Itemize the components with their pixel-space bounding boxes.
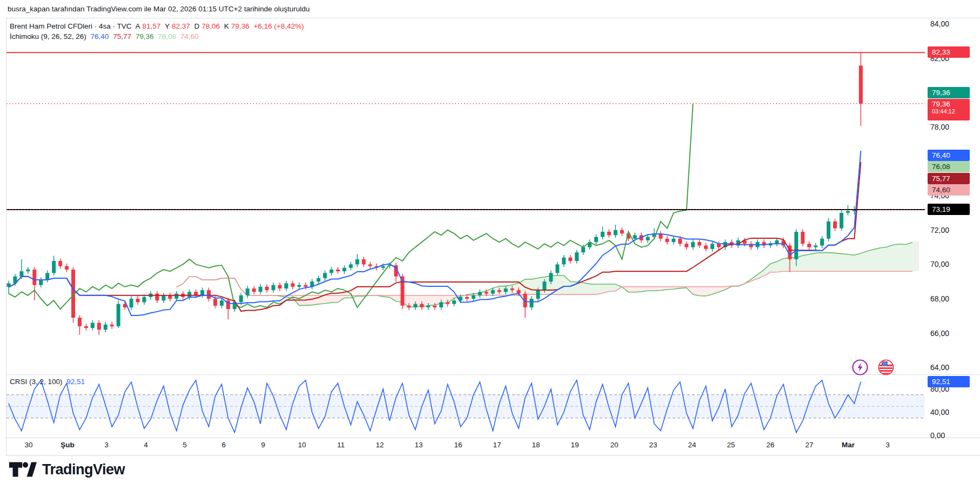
date-tick-label: 10 [298,441,306,449]
chart-canvas[interactable] [0,0,980,497]
date-tick-label: 24 [688,441,696,449]
crsi-legend[interactable]: CRSI (3, 2, 100) 92,51 [10,378,87,386]
frame-bottom [6,455,980,456]
price-tick-label: 64,00 [930,363,949,372]
pane-separator [6,374,980,375]
price-tick-label: 70,00 [930,260,949,268]
lightning-icon [851,358,869,377]
bar-countdown: 03:44:12 [932,108,970,115]
date-tick-label: 9 [261,441,265,449]
date-tick-label: 30 [24,441,32,449]
crsi-tick-label: 40,00 [930,408,949,417]
date-tick-label: 17 [493,441,501,449]
high-label: Y [165,22,170,30]
ichimoku-kijun-value: 75,77 [113,32,131,41]
price-tick-label: 66,00 [930,329,949,338]
alert-price-badge: 82,33 [928,46,970,58]
date-tick-label: 12 [375,441,384,449]
tradingview-logo-icon [9,459,37,480]
date-tick-label: 19 [570,441,579,449]
ichimoku-title[interactable]: İchimoku (9, 26, 52, 26) [10,32,86,41]
us-flag-icon [877,358,895,377]
tradingview-logo[interactable]: TradingView [9,459,125,480]
date-tick-label: 25 [727,441,735,449]
date-tick-label: 23 [649,441,657,449]
date-tick-label: 11 [337,441,345,449]
price-tick-label: 78,00 [930,123,949,131]
open-label: A [136,22,140,30]
tenkan-price-badge: 76,40 [928,150,970,161]
price-tick-label: 84,00 [930,19,949,28]
tradingview-snapshot: busra_kapan tarafından TradingView.com i… [0,0,980,497]
date-tick-label: 13 [414,441,422,449]
date-tick-label: 27 [805,441,813,449]
change-value: +6,16 (+8,42%) [253,22,304,30]
ichimoku-senkou-a-value: 76,08 [158,32,176,41]
last-price-badge: 79,36 03:44:12 [928,99,970,120]
date-tick-label: 20 [610,441,618,449]
date-tick-label: 16 [454,441,462,449]
support-level-badge: 73,19 [928,204,970,215]
low-value: 78,06 [202,22,220,30]
ichimoku-tenkan-value: 76,40 [91,32,109,41]
close-label: K [224,22,229,30]
last-price-value: 79,36 [932,100,950,108]
date-tick-label: 26 [766,441,774,449]
senkou-a-price-badge: 76,08 [928,161,970,172]
ichimoku-legend[interactable]: İchimoku (9, 26, 52, 26) 76,40 75,77 79,… [10,32,201,41]
crsi-tick-label: 0,00 [930,431,945,440]
crsi-value: 92,51 [66,378,85,386]
date-tick-label: 6 [221,441,226,449]
symbol-title[interactable]: Brent Ham Petrol CFDleri · 4sa · TVC [10,22,132,30]
frame-top [6,18,980,18]
date-tick-label: 5 [183,441,187,449]
ichimoku-chikou-value: 79,36 [136,32,154,41]
chikou-price-badge: 79,36 [928,87,970,98]
date-tick-label: Şub [61,441,75,449]
low-label: D [194,22,199,30]
crsi-title[interactable]: CRSI (3, 2, 100) [10,378,63,386]
close-value: 79,36 [231,22,250,30]
date-tick-label: 3 [104,441,109,449]
date-tick-label: 3 [885,441,890,449]
ichimoku-senkou-b-value: 74,60 [180,32,199,41]
date-tick-label: 4 [144,441,148,449]
price-tick-label: 72,00 [930,226,949,234]
high-value: 82,37 [172,22,190,30]
open-value: 81,57 [143,22,161,30]
price-tick-label: 68,00 [930,294,949,303]
date-tick-label: 18 [532,441,540,449]
tradingview-logo-text: TradingView [42,461,125,478]
date-tick-label: Mar [842,441,855,449]
crsi-value-badge: 92,51 [928,376,970,387]
frame-left [6,18,6,455]
senkou-b-price-badge: 74,60 [928,184,970,196]
symbol-legend[interactable]: Brent Ham Petrol CFDleri · 4sa · TVC A81… [10,22,306,30]
kijun-price-badge: 75,77 [928,173,970,184]
time-axis-separator[interactable] [6,438,980,438]
